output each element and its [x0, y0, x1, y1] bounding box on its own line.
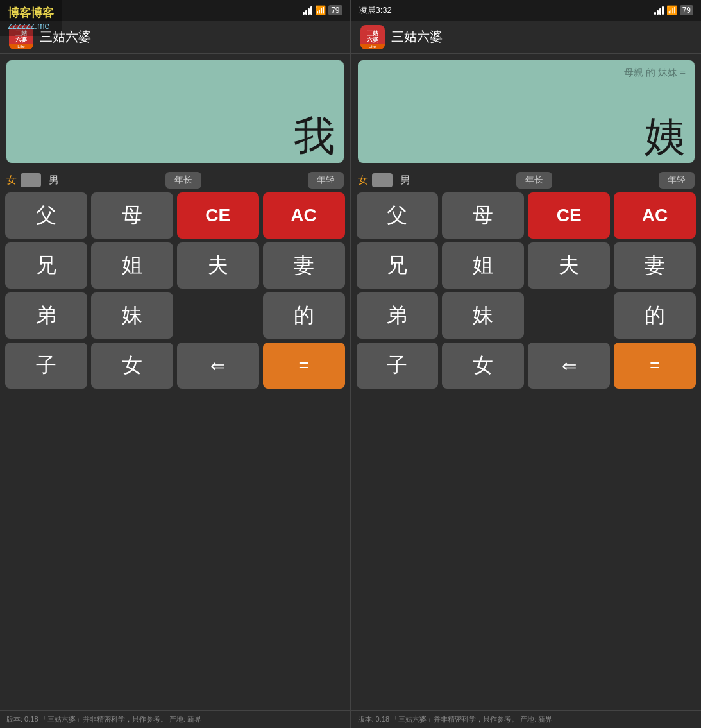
key-父-0[interactable]: 父 — [357, 192, 439, 239]
left-icon-lite: Lite — [9, 44, 33, 49]
key-女-13[interactable]: 女 — [91, 343, 173, 389]
watermark: 博客博客 zzzzzz.me — [0, 0, 62, 36]
left-display-result: 我 — [15, 115, 335, 157]
key-母-1[interactable]: 母 — [91, 192, 173, 239]
left-signal-icon — [303, 6, 312, 15]
right-icon-lite: Lite — [360, 44, 385, 49]
right-wifi-icon: 📶 — [666, 5, 677, 15]
left-male-label: 男 — [49, 174, 59, 187]
left-icon-line2: 六婆 — [15, 37, 27, 44]
key-弟-8[interactable]: 弟 — [5, 292, 87, 339]
key-的-11[interactable]: 的 — [614, 292, 696, 339]
key-⇐-14[interactable]: ⇐ — [528, 343, 610, 389]
key-夫-6[interactable]: 夫 — [528, 242, 610, 289]
left-female-label: 女 — [6, 174, 17, 187]
key-CE-2[interactable]: CE — [528, 192, 610, 239]
right-younger-btn[interactable]: 年轻 — [659, 172, 695, 189]
right-app-header: 三姑 六婆 Lite 三姑六婆 — [351, 21, 702, 54]
left-footer: 版本: 0.18 「三姑六婆」并非精密科学，只作参考。 产地: 新界 — [0, 710, 350, 728]
key-夫-6[interactable]: 夫 — [177, 242, 259, 289]
key-子-12[interactable]: 子 — [357, 343, 439, 389]
right-controls-row: 女 男 年长 年轻 — [351, 169, 702, 192]
right-older-btn[interactable]: 年长 — [516, 172, 552, 189]
right-display-result: 姨 — [367, 115, 686, 157]
right-keypad: 父母CEAC兄姐夫妻弟妹的子女⇐= — [351, 192, 702, 394]
key-姐-5[interactable]: 姐 — [91, 242, 173, 289]
right-female-label: 女 — [358, 174, 368, 187]
key-兄-4[interactable]: 兄 — [5, 242, 87, 289]
right-status-right: 📶 79 — [654, 5, 693, 15]
watermark-subtitle: zzzzzz.me — [8, 21, 54, 31]
left-battery-label: 79 — [328, 5, 342, 15]
right-icon-line2: 六婆 — [367, 37, 378, 44]
right-display-query: 母親 的 妹妹 = — [367, 67, 686, 80]
key-父-0[interactable]: 父 — [5, 192, 87, 239]
key-⇐-14[interactable]: ⇐ — [177, 343, 259, 389]
key-姐-5[interactable]: 姐 — [442, 242, 524, 289]
key-妻-7[interactable]: 妻 — [263, 242, 345, 289]
left-older-btn[interactable]: 年长 — [165, 172, 201, 189]
key-兄-4[interactable]: 兄 — [357, 242, 439, 289]
key-妹-9[interactable]: 妹 — [442, 292, 524, 339]
key-的-11[interactable]: 的 — [263, 292, 345, 339]
left-display: 我 — [6, 60, 344, 163]
left-younger-btn[interactable]: 年轻 — [308, 172, 344, 189]
right-phone-screen: 凌晨3:32 📶 79 三姑 六婆 Lite 三姑六婆 — [351, 0, 702, 728]
key-女-13[interactable]: 女 — [442, 343, 524, 389]
key-AC-3[interactable]: AC — [263, 192, 345, 239]
key-=-15[interactable]: = — [263, 343, 345, 389]
key-弟-8[interactable]: 弟 — [357, 292, 439, 339]
key-妹-9[interactable]: 妹 — [91, 292, 173, 339]
right-footer: 版本: 0.18 「三姑六婆」并非精密科学，只作参考。 产地: 新界 — [351, 710, 702, 728]
right-signal-icon — [654, 6, 664, 15]
right-status-bar: 凌晨3:32 📶 79 — [351, 0, 702, 21]
key-CE-2[interactable]: CE — [177, 192, 259, 239]
left-controls-row: 女 男 年长 年轻 — [0, 169, 350, 192]
left-display-query — [15, 67, 335, 80]
watermark-title: 博客博客 — [8, 5, 54, 21]
key-子-12[interactable]: 子 — [5, 343, 87, 389]
right-status-time: 凌晨3:32 — [359, 4, 392, 16]
right-battery-label: 79 — [680, 5, 693, 15]
right-app-icon: 三姑 六婆 Lite — [360, 25, 385, 49]
right-app-title: 三姑六婆 — [391, 28, 443, 46]
right-gender-toggle[interactable] — [372, 173, 393, 187]
key-AC-3[interactable]: AC — [614, 192, 696, 239]
left-gender-toggle[interactable] — [21, 173, 41, 187]
right-male-label: 男 — [400, 174, 410, 187]
key-=-15[interactable]: = — [614, 343, 696, 389]
key-妻-7[interactable]: 妻 — [614, 242, 696, 289]
left-wifi-icon: 📶 — [315, 5, 326, 15]
key-empty-10 — [528, 292, 610, 339]
key-empty-10 — [177, 292, 259, 339]
right-display: 母親 的 妹妹 = 姨 — [358, 60, 695, 163]
left-phone-screen: 博客博客 zzzzzz.me 📶 79 三姑 六婆 Lite — [0, 0, 351, 728]
left-keypad: 父母CEAC兄姐夫妻弟妹的子女⇐= — [0, 192, 350, 394]
left-status-right: 📶 79 — [303, 5, 342, 15]
key-母-1[interactable]: 母 — [442, 192, 524, 239]
